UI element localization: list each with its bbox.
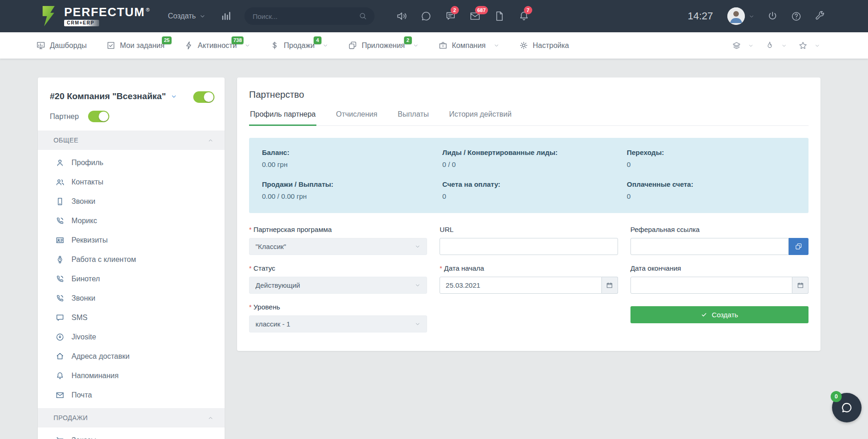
calendar-icon[interactable] <box>792 277 809 294</box>
search-input[interactable] <box>253 12 359 20</box>
id-card-icon <box>55 236 65 245</box>
section-title: ОБЩЕЕ <box>54 136 78 144</box>
stat-sales-payouts: Продажи / Выплаты:0.00 / 0.00 грн <box>262 180 442 200</box>
referral-link-input[interactable] <box>630 238 789 255</box>
notifications-icon[interactable]: 7 <box>518 10 530 22</box>
sidebar-item-moriks[interactable]: Морикс <box>38 211 225 231</box>
nav-item-my-tasks[interactable]: Мои задания25 <box>106 41 165 50</box>
url-input[interactable] <box>440 238 618 255</box>
watch-icon <box>55 255 65 264</box>
tab-deductions[interactable]: Отчисления <box>335 110 378 126</box>
partner-toggle[interactable] <box>88 111 109 122</box>
mail-badge: 687 <box>475 6 488 14</box>
sidebar-item-orders[interactable]: Заказы <box>38 431 225 439</box>
sidebar-item-sms[interactable]: SMS <box>38 308 225 327</box>
mail-icon[interactable]: 687 <box>469 10 481 22</box>
sound-icon[interactable] <box>396 10 408 22</box>
chat-icon[interactable] <box>420 10 432 22</box>
stat-label: Счета на оплату: <box>442 180 627 188</box>
sidebar-item-mail[interactable]: Почта <box>38 386 225 405</box>
brand-logo[interactable]: PERFECTUM® CRM+ERP <box>39 5 150 27</box>
section-title: ПРОДАЖИ <box>54 414 88 421</box>
stat-label: Переходы: <box>627 148 796 156</box>
search-box <box>244 7 375 25</box>
sidebar-item-requisites[interactable]: Реквизиты <box>38 231 225 250</box>
sidebar-item-label: Бинотел <box>71 275 100 283</box>
company-active-toggle[interactable] <box>193 91 214 103</box>
chat-square-icon <box>55 313 65 322</box>
sidebar-item-label: Заказы <box>71 436 96 439</box>
sidebar-item-label: SMS <box>71 314 88 322</box>
required-mark: * <box>249 265 251 272</box>
required-mark: * <box>249 303 251 311</box>
partner-program-select[interactable]: "Классик" <box>249 238 427 255</box>
sidebar-item-calls-2[interactable]: Звонки <box>38 289 225 308</box>
sidebar-item-delivery-addresses[interactable]: Адреса доставки <box>38 347 225 366</box>
chevron-down-icon <box>415 243 421 249</box>
favorites-icon <box>798 41 808 51</box>
sidebar-item-label: Морикс <box>71 217 97 225</box>
tools-wrench-icon[interactable] <box>814 11 826 22</box>
field-label: *Партнерская программа <box>249 225 427 234</box>
create-button[interactable]: Создать <box>630 306 809 323</box>
search-icon[interactable] <box>359 12 367 20</box>
nav-item-sales[interactable]: Продажи4 <box>270 41 328 50</box>
sidebar-section-header[interactable]: ОБЩЕЕ <box>38 131 225 150</box>
sidebar-item-calls[interactable]: Звонки <box>38 192 225 211</box>
user-menu[interactable] <box>727 7 755 25</box>
sidebar-item-profile[interactable]: Профиль <box>38 153 225 172</box>
calendar-icon[interactable] <box>602 277 618 294</box>
hot-icon <box>765 41 775 51</box>
sidebar-item-binotel[interactable]: Бинотел <box>38 269 225 289</box>
nav-tool-layers[interactable] <box>731 41 754 51</box>
nav-item-activities[interactable]: Активности738 <box>184 41 251 50</box>
field-end-date: Дата окончания <box>630 264 809 294</box>
select-value: классик - 1 <box>256 320 290 328</box>
nav-item-label: Дашборды <box>50 42 87 49</box>
phone-icon <box>55 216 65 225</box>
sidebar-section-header[interactable]: ПРОДАЖИ <box>38 408 225 427</box>
sales-icon <box>270 41 279 50</box>
field-status: *СтатусДействующий <box>249 264 427 294</box>
sidebar-item-contacts[interactable]: Контакты <box>38 172 225 192</box>
create-menu[interactable]: Создать <box>168 12 206 20</box>
logout-power-icon[interactable] <box>767 11 778 22</box>
level-select[interactable]: классик - 1 <box>249 315 427 332</box>
company-selector[interactable]: #20 Компания "Всезнайка" <box>50 91 177 101</box>
nav-item-company[interactable]: Компания <box>438 41 499 50</box>
reports-chart-icon[interactable] <box>220 11 232 22</box>
status-select[interactable]: Действующий <box>249 277 427 294</box>
nav-tool-favorites[interactable] <box>798 41 820 51</box>
end-date-input[interactable] <box>630 277 792 294</box>
sidebar-item-jivosite[interactable]: Jivosite <box>38 327 225 347</box>
mail-icon <box>55 391 65 400</box>
chevron-down-icon <box>199 13 206 19</box>
main-navbar: ДашбордыМои задания25Активности738Продаж… <box>0 32 868 59</box>
start-date-input[interactable] <box>440 277 601 294</box>
tab-partner-profile[interactable]: Профиль партнера <box>249 110 316 126</box>
help-icon[interactable] <box>791 11 802 22</box>
comments-icon[interactable]: 2 <box>445 10 457 22</box>
stat-value: 0.00 грн <box>262 160 442 168</box>
nav-item-settings[interactable]: Настройка <box>519 41 569 50</box>
copy-icon[interactable] <box>789 238 809 255</box>
nav-item-dashboards[interactable]: Дашборды <box>36 41 87 50</box>
tab-payouts[interactable]: Выплаты <box>397 110 430 126</box>
sidebar-item-reminders[interactable]: Напоминания <box>38 366 225 386</box>
page: PERFECTUM® CRM+ERP Создать 26877 14:27 <box>0 0 868 439</box>
tab-action-history[interactable]: История действий <box>448 110 512 126</box>
required-mark: * <box>249 226 251 233</box>
sidebar-item-client-work[interactable]: Работа с клиентом <box>38 250 225 269</box>
documents-icon[interactable] <box>493 10 505 22</box>
stat-label: Оплаченные счета: <box>627 180 796 188</box>
nav-tool-hot[interactable] <box>765 41 787 51</box>
sidebar-item-label: Контакты <box>71 178 103 186</box>
chevron-down-icon <box>493 42 499 48</box>
stat-balance: Баланс:0.00 грн <box>262 148 442 168</box>
nav-item-apps[interactable]: Приложения2 <box>348 41 419 50</box>
nav-item-label: Продажи <box>284 42 315 49</box>
chat-widget[interactable]: 0 <box>832 393 862 422</box>
chevron-down-icon <box>814 43 820 48</box>
partner-form: *Партнерская программа"Классик"*СтатусДе… <box>249 225 809 342</box>
field-level: *Уровеньклассик - 1 <box>249 303 427 332</box>
